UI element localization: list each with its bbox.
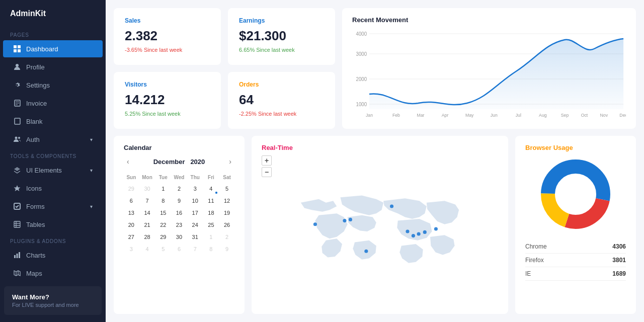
map-zoom-controls: + − bbox=[262, 155, 498, 177]
sidebar-item-label: Charts bbox=[26, 252, 45, 259]
svg-marker-21 bbox=[14, 271, 20, 276]
cal-day[interactable]: 28 bbox=[140, 231, 155, 243]
cal-day[interactable]: 30 bbox=[140, 183, 155, 194]
cal-day[interactable]: 15 bbox=[155, 207, 171, 218]
stat-change: 6.65% Since last week bbox=[239, 47, 324, 53]
sidebar-item-settings[interactable]: Settings bbox=[3, 76, 103, 94]
tools-section-label: Tools & Components bbox=[0, 148, 106, 161]
cal-day[interactable]: 16 bbox=[172, 207, 187, 218]
cal-day[interactable]: 5 bbox=[219, 183, 234, 194]
svg-rect-19 bbox=[17, 254, 18, 258]
app-logo: AdminKit bbox=[0, 0, 106, 27]
cal-day[interactable]: 31 bbox=[188, 231, 203, 243]
sidebar-item-invoice[interactable]: Invoice bbox=[3, 95, 103, 112]
sidebar-item-label: Maps bbox=[26, 270, 42, 277]
svg-text:3000: 3000 bbox=[356, 51, 367, 57]
cal-day[interactable]: 22 bbox=[155, 219, 171, 230]
cal-day[interactable]: 29 bbox=[155, 231, 171, 243]
sidebar-item-label: Tables bbox=[26, 221, 45, 228]
sidebar-cta[interactable]: Want More? For LIVE support and more bbox=[4, 286, 102, 315]
day-header-thu: Thu bbox=[188, 173, 203, 182]
cal-day[interactable]: 24 bbox=[188, 219, 203, 230]
sidebar-item-auth[interactable]: Auth ▾ bbox=[3, 131, 103, 148]
stat-card-orders: Orders 64 -2.25% Since last week bbox=[228, 72, 335, 129]
svg-point-11 bbox=[18, 137, 20, 139]
sidebar-item-forms[interactable]: Forms ▾ bbox=[3, 198, 103, 215]
sidebar-item-label: Icons bbox=[26, 185, 42, 192]
svg-text:4000: 4000 bbox=[356, 31, 367, 37]
cal-day[interactable]: 4 bbox=[204, 183, 219, 194]
cal-day[interactable]: 1 bbox=[204, 231, 219, 243]
cal-day[interactable]: 7 bbox=[140, 195, 155, 206]
cal-day[interactable]: 17 bbox=[188, 207, 203, 218]
browser-name: IE bbox=[525, 270, 531, 277]
cal-day[interactable]: 6 bbox=[172, 244, 187, 255]
cal-day[interactable]: 23 bbox=[172, 219, 187, 230]
cal-day[interactable]: 5 bbox=[155, 244, 171, 255]
zoom-in-button[interactable]: + bbox=[262, 155, 272, 166]
cal-day[interactable]: 2 bbox=[219, 231, 234, 243]
svg-point-46 bbox=[349, 218, 352, 221]
map-icon bbox=[13, 269, 21, 277]
sidebar-item-tables[interactable]: Tables bbox=[3, 216, 103, 233]
cal-day[interactable]: 8 bbox=[155, 195, 171, 206]
cal-day[interactable]: 2 bbox=[172, 183, 187, 194]
cal-day[interactable]: 11 bbox=[204, 195, 219, 206]
recent-movement-chart: Recent Movement 4000 3000 2000 1000 bbox=[342, 8, 636, 129]
cal-day[interactable]: 25 bbox=[204, 219, 219, 230]
cal-day[interactable]: 10 bbox=[188, 195, 203, 206]
cal-day[interactable]: 3 bbox=[188, 183, 203, 194]
prev-month-button[interactable]: ‹ bbox=[124, 156, 132, 167]
svg-point-51 bbox=[423, 230, 427, 234]
cal-day[interactable]: 20 bbox=[124, 219, 139, 230]
svg-text:Oct: Oct bbox=[581, 113, 588, 118]
cal-day[interactable]: 1 bbox=[155, 183, 171, 194]
cal-day[interactable]: 14 bbox=[140, 207, 155, 218]
chevron-down-icon: ▾ bbox=[90, 168, 93, 173]
cal-day[interactable]: 13 bbox=[124, 207, 139, 218]
cal-day[interactable]: 21 bbox=[140, 219, 155, 230]
cal-day[interactable]: 26 bbox=[219, 219, 234, 230]
cal-day[interactable]: 9 bbox=[172, 195, 187, 206]
sidebar-item-profile[interactable]: Profile bbox=[3, 58, 103, 75]
sidebar-item-blank[interactable]: Blank bbox=[3, 113, 103, 130]
chart-title: Recent Movement bbox=[352, 16, 626, 24]
svg-point-48 bbox=[406, 229, 409, 233]
sidebar-item-maps[interactable]: Maps bbox=[3, 265, 103, 282]
doc-icon bbox=[13, 117, 21, 125]
sidebar-item-ui-elements[interactable]: UI Elements ▾ bbox=[3, 162, 103, 179]
svg-text:Jun: Jun bbox=[491, 113, 498, 118]
cal-day[interactable]: 12 bbox=[219, 195, 234, 206]
grid-icon bbox=[13, 45, 21, 53]
gear-icon bbox=[13, 81, 21, 89]
cal-day[interactable]: 27 bbox=[124, 231, 139, 243]
table-icon bbox=[13, 220, 21, 228]
zoom-out-button[interactable]: − bbox=[262, 167, 272, 177]
pages-section-label: Pages bbox=[0, 27, 106, 40]
cal-day[interactable]: 18 bbox=[204, 207, 219, 218]
cal-day[interactable]: 6 bbox=[124, 195, 139, 206]
cal-day[interactable]: 19 bbox=[219, 207, 234, 218]
day-header-fri: Fri bbox=[204, 173, 219, 182]
cal-day[interactable]: 8 bbox=[204, 244, 219, 255]
cal-day[interactable]: 4 bbox=[140, 244, 155, 255]
sidebar-item-label: Profile bbox=[26, 63, 45, 71]
cal-day[interactable]: 3 bbox=[124, 244, 139, 255]
svg-text:Jan: Jan bbox=[366, 113, 373, 118]
stat-value: 64 bbox=[239, 92, 324, 108]
svg-rect-14 bbox=[14, 221, 20, 227]
next-month-button[interactable]: › bbox=[226, 156, 234, 167]
sidebar-item-dashboard[interactable]: Dashboard bbox=[3, 40, 103, 57]
cal-day[interactable]: 9 bbox=[219, 244, 234, 255]
world-map bbox=[262, 181, 498, 282]
check-icon bbox=[13, 202, 21, 210]
line-chart-svg: 4000 3000 2000 1000 bbox=[352, 29, 626, 119]
stat-label: Orders bbox=[239, 81, 324, 88]
stat-change: -3.65% Since last week bbox=[125, 47, 210, 53]
sidebar-item-charts[interactable]: Charts bbox=[3, 247, 103, 264]
svg-rect-20 bbox=[19, 252, 20, 258]
cal-day[interactable]: 29 bbox=[124, 183, 139, 194]
sidebar-item-icons[interactable]: Icons bbox=[3, 180, 103, 197]
cal-day[interactable]: 30 bbox=[172, 231, 187, 243]
cal-day[interactable]: 7 bbox=[188, 244, 203, 255]
